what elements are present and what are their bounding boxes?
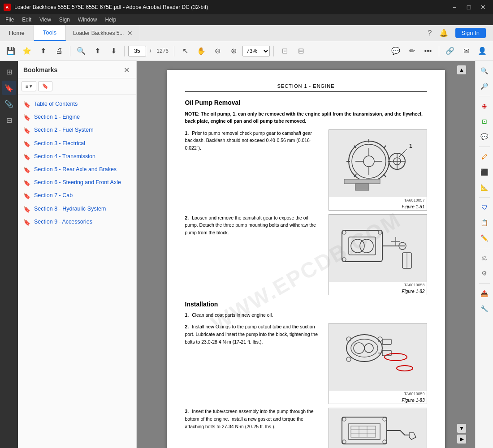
zoom-out-icon[interactable]: 🔎 [478, 80, 491, 92]
draw-button[interactable]: ✏ [405, 44, 419, 58]
note-box: NOTE: The oil pump, 1, can only be remov… [185, 111, 427, 125]
scroll-down-button[interactable]: ▼ [457, 424, 466, 433]
comment-button[interactable]: 💬 [389, 44, 403, 58]
protect-icon[interactable]: 🛡 [478, 201, 491, 214]
bookmark-item-5[interactable]: 🔖Section 5 - Rear Axle and Brakes [20, 164, 134, 177]
next-page-button[interactable]: ⬇ [106, 44, 121, 58]
minimize-button[interactable]: − [448, 3, 461, 12]
bookmark-item-1[interactable]: 🔖Section 1 - Engine [20, 111, 134, 124]
toolbar-separator-3 [174, 46, 174, 56]
close-button[interactable]: ✕ [477, 3, 489, 12]
export2-icon[interactable]: 📤 [478, 287, 491, 300]
bookmark-item-0[interactable]: 🔖Table of Contents [20, 98, 134, 111]
bookmark-label-7: Section 7 - Cab [34, 192, 73, 200]
menu-item-window[interactable]: Window [74, 16, 101, 24]
svg-rect-23 [355, 184, 369, 190]
attachments-panel-button[interactable]: 📎 [2, 97, 16, 111]
figure-1-82-image [329, 215, 427, 282]
compare-icon[interactable]: ⚖ [478, 252, 491, 264]
menu-item-help[interactable]: Help [102, 16, 120, 24]
bookmark-item-2[interactable]: 🔖Section 2 - Fuel System [20, 124, 134, 137]
cursor-tool-button[interactable]: ↖ [178, 44, 192, 58]
bookmarks-title: Bookmarks [23, 66, 57, 73]
scroll-nav-top: ▲ [457, 65, 466, 74]
edit-text-icon[interactable]: 🖊 [478, 151, 491, 163]
bookmark-label-5: Section 5 - Rear Axle and Brakes [34, 166, 117, 174]
install-step-1-text: 1. Clean and coat parts in new engine oi… [185, 311, 427, 319]
page-number-input[interactable] [128, 46, 146, 56]
bookmark-icon-9: 🔖 [23, 219, 30, 227]
more-button[interactable]: ••• [421, 44, 435, 58]
step-1-text: 1. Prior to pump removal check pump gear… [185, 129, 321, 211]
bookmarks-panel-button[interactable]: 🔖 [2, 81, 16, 95]
figure-1-83-caption: Figure 1-83 [329, 397, 427, 404]
bookmarks-menu-button[interactable]: ≡ ▾ [22, 81, 36, 91]
print-button[interactable]: 🖨 [52, 44, 66, 58]
menu-item-sign[interactable]: Sign [56, 16, 74, 24]
zoom-in-icon[interactable]: 🔍 [478, 65, 491, 77]
menu-item-edit[interactable]: Edit [18, 16, 35, 24]
help-button[interactable]: ? [428, 29, 432, 37]
tab-tools[interactable]: Tools [34, 25, 66, 41]
bookmark-item-4[interactable]: 🔖Section 4 - Transmission [20, 151, 134, 164]
bookmark-label-9: Section 9 - Accessories [34, 218, 92, 226]
two-page-button[interactable]: ⊟ [294, 44, 308, 58]
bookmark-item-9[interactable]: 🔖Section 9 - Accessories [20, 216, 134, 229]
menu-item-file[interactable]: File [2, 16, 17, 24]
zoom-in-tool[interactable]: ⊕ [226, 44, 241, 58]
sign-in-button[interactable]: Sign In [455, 28, 486, 38]
bookmarks-close-button[interactable]: ✕ [122, 65, 131, 74]
account-button[interactable]: 👤 [475, 44, 489, 58]
bookmark-add-button[interactable]: ⭐ [20, 44, 34, 58]
bookmark-item-7[interactable]: 🔖Section 7 - Cab [20, 190, 134, 202]
save-button[interactable]: 💾 [4, 44, 18, 58]
tab-document[interactable]: Loader Backhoes 5... ✕ [66, 25, 140, 41]
figure-1-81-svg: 1 [333, 132, 423, 195]
bookmark-icon-1: 🔖 [23, 114, 30, 122]
stamp-icon[interactable]: ⬛ [478, 166, 491, 178]
email-button[interactable]: ✉ [459, 44, 473, 58]
share-button[interactable]: ⬆ [36, 44, 50, 58]
bookmark-item-8[interactable]: 🔖Section 8 - Hydraulic System [20, 203, 134, 216]
thumbnails-panel-button[interactable]: ⊞ [2, 65, 16, 79]
step-2-row: 2. Loosen and remove the camshaft gear t… [185, 214, 427, 295]
prepare-icon[interactable]: 📋 [478, 216, 491, 229]
window-controls: − □ ✕ [448, 3, 489, 12]
tab-close-button[interactable]: ✕ [127, 30, 133, 37]
right-separator-11 [479, 248, 490, 248]
zoom-out-button[interactable]: 🔍 [74, 44, 88, 58]
hand-tool-button[interactable]: ✋ [194, 44, 208, 58]
export-icon[interactable]: ⊡ [478, 115, 491, 128]
page-total: 1276 [155, 48, 170, 54]
maximize-button[interactable]: □ [463, 3, 475, 12]
title-bar: A Loader Backhoes 555E 575E 655E 675E.pd… [0, 0, 493, 14]
prev-page-button[interactable]: ⬆ [90, 44, 104, 58]
search-icon[interactable]: ⊕ [478, 100, 491, 112]
zoom-out-tool[interactable]: ⊖ [210, 44, 225, 58]
menu-item-view[interactable]: View [36, 16, 55, 24]
zoom-select[interactable]: 50%73%100%125%150%200% [242, 46, 270, 56]
annotate-icon[interactable]: ✏️ [478, 232, 491, 244]
scroll-up-button[interactable]: ▲ [457, 65, 466, 74]
layers-panel-button[interactable]: ⊟ [2, 113, 16, 127]
link-button[interactable]: 🔗 [443, 44, 457, 58]
install-title: Installation [185, 301, 427, 308]
bookmark-new-button[interactable]: 🔖 [38, 81, 52, 91]
measure-icon[interactable]: 📐 [478, 181, 491, 194]
toolbar: 💾 ⭐ ⬆ 🖨 🔍 ⬆ ⬇ / 1276 ↖ ✋ ⊖ ⊕ 50%73%100%1… [0, 41, 493, 61]
svg-rect-0 [333, 132, 423, 195]
notifications-button[interactable]: 🔔 [439, 29, 448, 37]
bookmarks-menu-icon: ≡ [26, 84, 28, 89]
settings-icon[interactable]: ⚙ [478, 267, 491, 280]
install-step-1-content: Clean and coat parts in new engine oil. [192, 312, 273, 318]
fit-page-button[interactable]: ⊡ [277, 44, 292, 58]
wrench-icon[interactable]: 🔧 [478, 302, 491, 315]
pdf-viewer-area[interactable]: ▲ WWW.EPCDB.COM SECTION 1 - ENGINE Oil P… [137, 61, 475, 448]
bookmark-item-6[interactable]: 🔖Section 6 - Steering and Front Axle [20, 177, 134, 190]
figure-1-81-image: 1 [329, 130, 427, 197]
comment-icon[interactable]: 💬 [478, 130, 491, 143]
bookmark-item-3[interactable]: 🔖Section 3 - Electrical [20, 138, 134, 151]
scroll-right-button[interactable]: ▶ [457, 435, 466, 444]
right-separator-2 [479, 96, 490, 96]
tab-home[interactable]: Home [0, 25, 34, 41]
